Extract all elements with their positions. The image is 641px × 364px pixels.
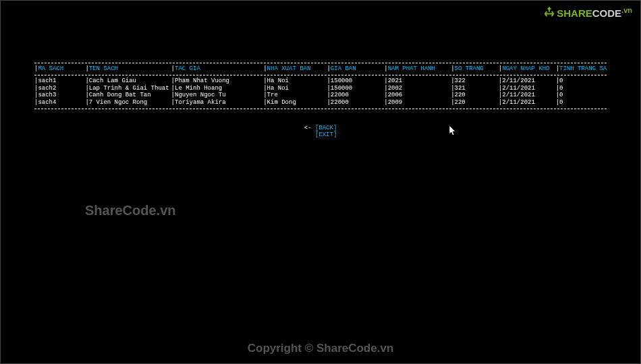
cell-tinh-trang-sach: 0 (556, 78, 607, 85)
book-table: MA SACH TEN SACH TAC GIA NHA XUAT BAN GI… (34, 63, 607, 109)
cell-gia-ban: 22000 (327, 92, 384, 99)
table-border-bottom (34, 109, 607, 109)
cell-ngay-nhap-kho: 2/11/2021 (499, 99, 556, 107)
header-nam-phat-hanh: NAM PHAT HANH (384, 65, 451, 73)
header-tinh-trang-sach: TINH TRANG SACH (556, 65, 607, 73)
cell-tac-gia: Toriyama Akira (171, 99, 264, 107)
cell-nha-xuat-ban: Ha Noi (263, 85, 327, 92)
cell-nha-xuat-ban: Ha Noi (263, 78, 327, 85)
menu-exit-line[interactable]: [EXIT] (1, 131, 640, 138)
table-row: sach4 7 Vien Ngoc Rong Toriyama Akira Ki… (34, 99, 607, 107)
navigation-menu: <- [BACK] [EXIT] (1, 125, 640, 138)
recycle-icon (543, 7, 555, 19)
cell-so-trang: 322 (451, 78, 499, 85)
header-ma-sach: MA SACH (34, 65, 85, 73)
header-ngay-nhap-kho: NGAY NHAP KHO (499, 65, 556, 73)
table-row: sach3 Canh Dong Bat Tan Nguyen Ngoc Tu T… (34, 92, 607, 99)
header-ten-sach: TEN SACH (85, 65, 171, 73)
table-header-row: MA SACH TEN SACH TAC GIA NHA XUAT BAN GI… (34, 65, 607, 73)
cell-nha-xuat-ban: Tre (263, 92, 327, 99)
cell-ten-sach: Lap Trinh & Giai Thuat (85, 85, 171, 92)
logo-share-text: SHARE (557, 7, 592, 19)
cell-ma-sach: sach1 (34, 78, 85, 85)
watermark-text: ShareCode.vn (85, 203, 175, 218)
cell-so-trang: 321 (451, 85, 499, 92)
cell-ten-sach: Cach Lam Giau (85, 78, 171, 85)
header-nha-xuat-ban: NHA XUAT BAN (263, 65, 327, 73)
cell-gia-ban: 22000 (327, 99, 384, 107)
cell-tac-gia: Nguyen Ngoc Tu (171, 92, 264, 99)
cell-tac-gia: Le Minh Hoang (171, 85, 264, 92)
cell-nam-phat-hanh: 2021 (384, 78, 451, 85)
cell-gia-ban: 150000 (327, 85, 384, 92)
cell-tinh-trang-sach: 0 (556, 85, 607, 92)
cell-ten-sach: Canh Dong Bat Tan (85, 92, 171, 99)
cell-gia-ban: 150000 (327, 78, 384, 85)
cell-ma-sach: sach4 (34, 99, 85, 107)
cell-nam-phat-hanh: 2009 (384, 99, 451, 107)
cell-so-trang: 220 (451, 99, 499, 107)
cell-ngay-nhap-kho: 2/11/2021 (499, 85, 556, 92)
cell-nam-phat-hanh: 2006 (384, 92, 451, 99)
cell-nha-xuat-ban: Kim Dong (263, 99, 327, 107)
menu-back-line[interactable]: <- [BACK] (1, 125, 640, 131)
cell-ngay-nhap-kho: 2/11/2021 (499, 92, 556, 99)
sharecode-logo: SHARECODE.vn (543, 6, 632, 19)
back-button[interactable]: [BACK] (315, 125, 337, 131)
table-header-divider (34, 75, 607, 75)
cell-ngay-nhap-kho: 2/11/2021 (499, 78, 556, 85)
cell-tinh-trang-sach: 0 (556, 92, 607, 99)
logo-vn-text: .vn (621, 6, 632, 14)
arrow-left-icon: <- (304, 125, 315, 131)
exit-button[interactable]: [EXIT] (315, 131, 337, 138)
cell-ma-sach: sach3 (34, 92, 85, 99)
arrow-spacer (304, 131, 315, 138)
cell-tac-gia: Pham Nhat Vuong (171, 78, 264, 85)
cell-ten-sach: 7 Vien Ngoc Rong (85, 99, 171, 107)
header-tac-gia: TAC GIA (171, 65, 264, 73)
cell-nam-phat-hanh: 2002 (384, 85, 451, 92)
header-so-trang: SO TRANG (451, 65, 499, 73)
cell-so-trang: 220 (451, 92, 499, 99)
table-border-top (34, 63, 607, 63)
table-row: sach1 Cach Lam Giau Pham Nhat Vuong Ha N… (34, 78, 607, 85)
cell-tinh-trang-sach: 0 (556, 99, 607, 107)
cell-ma-sach: sach2 (34, 85, 85, 92)
logo-code-text: CODE (592, 7, 621, 19)
header-gia-ban: GIA BAN (327, 65, 384, 73)
copyright-text: Copyright © ShareCode.vn (1, 342, 640, 355)
table-row: sach2 Lap Trinh & Giai Thuat Le Minh Hoa… (34, 85, 607, 92)
